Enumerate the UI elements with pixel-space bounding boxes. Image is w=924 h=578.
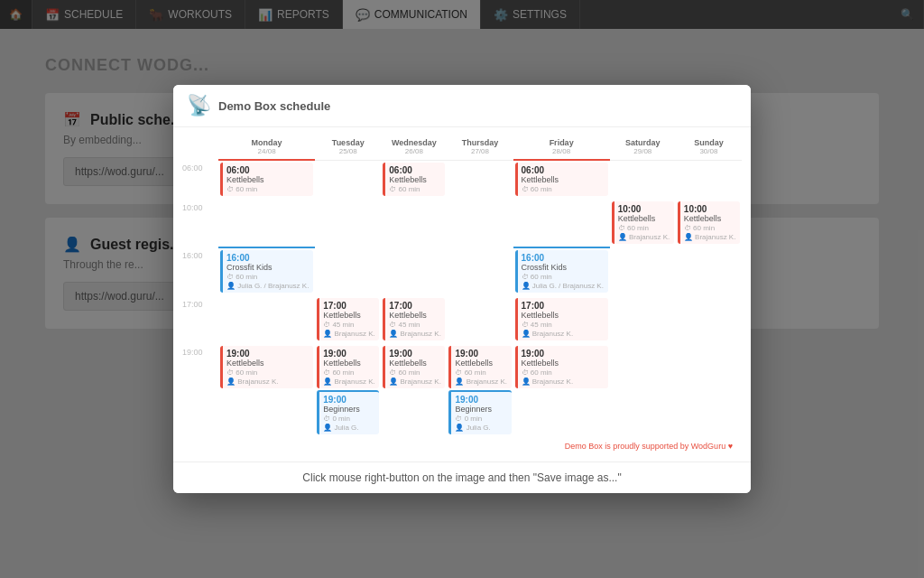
class-card: 19:00 Beginners ⏱ 0 min 👤 Julia G.: [317, 390, 379, 434]
class-card: 19:00 Kettlebells ⏱ 60 min 👤 Brajanusz K…: [220, 346, 313, 388]
heart-icon: ♥: [728, 442, 733, 451]
time-row-1900: 19:00 19:00 Kettlebells ⏱ 60 min 👤 Braja…: [182, 344, 742, 438]
class-card: 17:00 Kettlebells ⏱ 45 min 👤 Brajanusz K…: [383, 298, 445, 340]
class-card: 06:00 Kettlebells ⏱ 60 min: [220, 163, 313, 196]
time-row-1600: 16:00 16:00 Crossfit Kids ⏱ 60 min 👤 Jul…: [182, 247, 742, 296]
modal-caption: Click mouse right-button on the image an…: [173, 461, 751, 493]
wodguru-footer: Demo Box is proudly supported by WodGuru…: [182, 438, 742, 454]
class-card: 10:00 Kettlebells ⏱ 60 min 👤 Brajanusz K…: [612, 201, 674, 244]
class-card: 19:00 Kettlebells ⏱ 60 min 👤 Brajanusz K…: [317, 346, 379, 388]
schedule-container[interactable]: Monday 24/08 Tuesday 25/08 Wednesday 26/…: [173, 127, 751, 461]
class-card: 19:00 Kettlebells ⏱ 60 min 👤 Brajanusz K…: [383, 346, 445, 388]
class-card: 16:00 Crossfit Kids ⏱ 60 min 👤 Julia G. …: [515, 250, 608, 293]
modal-title: Demo Box schedule: [218, 99, 330, 113]
footer-link[interactable]: WodGuru: [691, 442, 725, 451]
time-row-1000: 10:00 10:00 Kettlebells ⏱ 60 min: [182, 200, 742, 247]
caption-text: Click mouse right-button on the image an…: [302, 471, 621, 484]
modal-logo-icon: 📡: [187, 94, 211, 117]
class-card: 06:00 Kettlebells ⏱ 60 min: [383, 163, 445, 196]
modal-header: 📡 Demo Box schedule: [173, 85, 751, 127]
class-card: 19:00 Beginners ⏱ 0 min 👤 Julia G.: [448, 390, 511, 434]
class-card: 19:00 Kettlebells ⏱ 60 min 👤 Brajanusz K…: [448, 346, 511, 388]
time-row-1700: 17:00 17:00 Kettlebells ⏱ 45 min 👤 Braja…: [182, 296, 742, 344]
class-card: 10:00 Kettlebells ⏱ 60 min 👤 Brajanusz K…: [678, 201, 740, 244]
time-row-0600: 06:00 06:00 Kettlebells ⏱ 60 min: [182, 160, 742, 200]
modal-overlay: 📡 Demo Box schedule Monday 24/08: [0, 0, 924, 578]
class-card: 19:00 Kettlebells ⏱ 60 min 👤 Brajanusz K…: [515, 346, 608, 388]
class-card: 16:00 Crossfit Kids ⏱ 60 min 👤 Julia G. …: [220, 250, 313, 293]
class-card: 17:00 Kettlebells ⏱ 45 min 👤 Brajanusz K…: [515, 298, 608, 340]
schedule-modal: 📡 Demo Box schedule Monday 24/08: [173, 85, 751, 493]
class-card: 06:00 Kettlebells ⏱ 60 min: [515, 163, 608, 196]
class-card: 17:00 Kettlebells ⏱ 45 min 👤 Brajanusz K…: [317, 298, 379, 340]
footer-text: Demo Box is proudly supported by: [565, 442, 689, 451]
